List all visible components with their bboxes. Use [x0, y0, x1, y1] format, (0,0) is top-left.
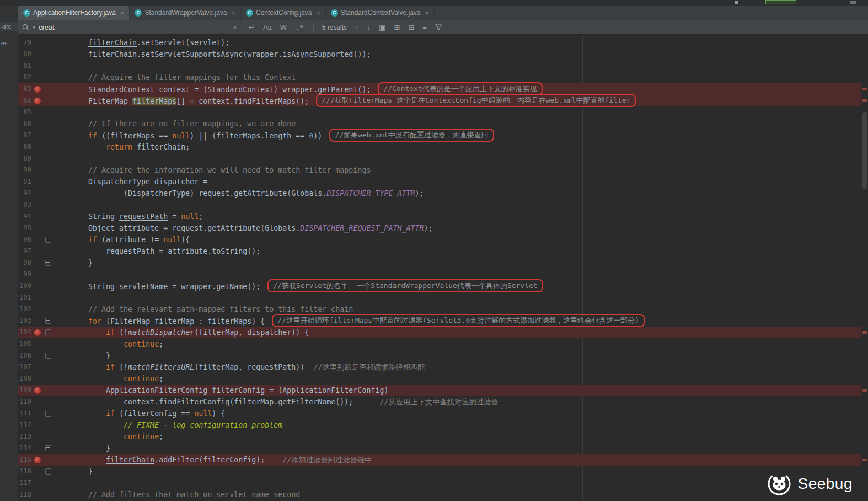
toolwindow-button-src[interactable]: -src	[0, 22, 18, 31]
line-number[interactable]: 107	[18, 361, 31, 373]
code-text[interactable]: DispatcherType dispatcher =	[53, 176, 868, 188]
code-text[interactable]: continue;	[53, 431, 868, 443]
line-number[interactable]: 90	[18, 164, 31, 176]
gutter-breakpoint-cell[interactable]	[31, 118, 44, 130]
add-occurrence-icon[interactable]: ⊞	[394, 24, 400, 31]
code-text[interactable]: String servletName = wrapper.getName();/…	[53, 280, 868, 292]
regex-toggle[interactable]: .*	[295, 24, 304, 31]
line-number[interactable]: 96	[18, 234, 31, 246]
previous-occurrence-icon[interactable]: ↑	[355, 24, 359, 31]
editor-scrollbar[interactable]	[861, 35, 868, 501]
line-number[interactable]: 85	[18, 106, 31, 118]
line-number[interactable]: 86	[18, 118, 31, 130]
code-text[interactable]: String requestPath = null;	[53, 211, 868, 222]
match-case-toggle[interactable]: Aa	[263, 24, 272, 31]
gutter-breakpoint-cell[interactable]	[31, 72, 44, 83]
clear-search-icon[interactable]: ×	[233, 23, 237, 32]
line-number[interactable]: 84	[18, 95, 31, 106]
code-text[interactable]: return filterChain;	[53, 141, 868, 153]
code-text[interactable]: filterChain.setServletSupportsAsync(wrap…	[53, 49, 868, 60]
code-text[interactable]: requestPath = attribute.toString();	[53, 246, 868, 257]
gutter-breakpoint-cell[interactable]	[31, 246, 44, 257]
code-text[interactable]: }	[53, 257, 868, 269]
line-number[interactable]: 113	[18, 431, 31, 443]
tab-standardwrappervalve[interactable]: C StandardWrapperValve.java ×	[130, 6, 241, 20]
line-number[interactable]: 99	[18, 269, 31, 280]
line-number[interactable]: 103	[18, 315, 31, 327]
remove-occurrence-icon[interactable]: ⊟	[408, 24, 414, 31]
line-number[interactable]: 105	[18, 338, 31, 350]
gutter-breakpoint-cell[interactable]	[31, 419, 44, 431]
line-number[interactable]: 81	[18, 60, 31, 72]
gutter-breakpoint-cell[interactable]	[31, 408, 44, 419]
whole-words-toggle[interactable]: W	[280, 24, 287, 31]
code-text[interactable]: if (!matchFiltersURL(filterMap, requestP…	[53, 361, 868, 373]
code-text[interactable]: // Acquire the filter mappings for this …	[53, 72, 868, 83]
code-text[interactable]: // Add the relevant path-mapped filters …	[53, 303, 868, 315]
fold-end-icon[interactable]	[45, 445, 51, 451]
code-text[interactable]	[53, 292, 868, 303]
search-input[interactable]: ▾ creat ×	[18, 23, 240, 31]
code-text[interactable]: // Add filters that match on servlet nam…	[53, 489, 868, 500]
line-number[interactable]: 111	[18, 408, 31, 419]
line-number[interactable]: 93	[18, 199, 31, 211]
tab-contextconfig[interactable]: C ContextConfig.java ×	[241, 6, 326, 20]
gutter-breakpoint-cell[interactable]	[31, 153, 44, 164]
line-number[interactable]: 110	[18, 396, 31, 408]
tab-applicationfilterfactory[interactable]: C ApplicationFilterFactory.java ×	[18, 6, 130, 20]
gutter-breakpoint-cell[interactable]	[31, 199, 44, 211]
line-number[interactable]: 114	[18, 443, 31, 454]
line-number[interactable]: 100	[18, 280, 31, 292]
breakpoint-icon[interactable]	[34, 98, 41, 104]
fold-start-icon[interactable]	[45, 318, 51, 324]
fold-start-icon[interactable]	[45, 329, 51, 335]
gutter-breakpoint-cell[interactable]	[31, 431, 44, 443]
line-number[interactable]: 94	[18, 211, 31, 222]
line-number[interactable]: 104	[18, 327, 31, 338]
line-number[interactable]: 108	[18, 373, 31, 385]
breakpoint-icon[interactable]	[34, 457, 41, 463]
line-number[interactable]: 112	[18, 419, 31, 431]
code-text[interactable]: if (attribute != null){	[53, 234, 868, 246]
gutter-breakpoint-cell[interactable]	[31, 373, 44, 385]
code-text[interactable]: FilterMap filterMaps[] = context.findFil…	[53, 95, 868, 106]
code-text[interactable]	[53, 199, 868, 211]
gutter-breakpoint-cell[interactable]	[31, 280, 44, 292]
gutter-breakpoint-cell[interactable]	[31, 188, 44, 199]
code-text[interactable]: Object attribute = request.getAttribute(…	[53, 222, 868, 234]
gutter-breakpoint-cell[interactable]	[31, 489, 44, 500]
code-text[interactable]: StandardContext context = (StandardConte…	[53, 83, 868, 95]
gutter-breakpoint-cell[interactable]	[31, 106, 44, 118]
line-number[interactable]: 118	[18, 489, 31, 500]
gutter-breakpoint-cell[interactable]	[31, 257, 44, 269]
line-number[interactable]: 117	[18, 477, 31, 489]
fold-end-icon[interactable]	[45, 468, 51, 475]
gutter-breakpoint-cell[interactable]	[31, 83, 44, 95]
gutter-breakpoint-cell[interactable]	[31, 303, 44, 315]
line-number[interactable]: 106	[18, 350, 31, 361]
line-number[interactable]: 109	[18, 385, 31, 396]
newline-icon[interactable]: ↵	[249, 24, 255, 31]
sort-icon[interactable]: ≡	[422, 24, 427, 31]
code-text[interactable]: if (!matchDispatcher(filterMap, dispatch…	[53, 327, 868, 338]
select-all-occurrences-icon[interactable]: ▣	[379, 24, 385, 31]
search-history-caret-icon[interactable]: ▾	[33, 24, 35, 30]
gutter-breakpoint-cell[interactable]	[31, 443, 44, 454]
gutter-breakpoint-cell[interactable]	[31, 361, 44, 373]
filter-icon[interactable]	[435, 24, 442, 31]
tab-close-icon[interactable]: ×	[231, 9, 235, 17]
gutter-breakpoint-cell[interactable]	[31, 315, 44, 327]
breakpoint-icon[interactable]	[34, 86, 41, 93]
gutter-breakpoint-cell[interactable]	[31, 327, 44, 338]
fold-start-icon[interactable]	[45, 411, 51, 417]
tab-standardcontextvalve[interactable]: C StandardContextValve.java ×	[326, 6, 435, 20]
gutter-breakpoint-cell[interactable]	[31, 211, 44, 222]
code-text[interactable]	[53, 60, 868, 72]
code-text[interactable]	[53, 269, 868, 280]
gutter-breakpoint-cell[interactable]	[31, 269, 44, 280]
gutter-breakpoint-cell[interactable]	[31, 37, 44, 49]
code-text[interactable]: (DispatcherType) request.getAttribute(Gl…	[53, 188, 868, 199]
code-text[interactable]: continue;	[53, 338, 868, 350]
gutter-breakpoint-cell[interactable]	[31, 60, 44, 72]
code-text[interactable]: if (filterConfig == null) {	[53, 408, 868, 419]
